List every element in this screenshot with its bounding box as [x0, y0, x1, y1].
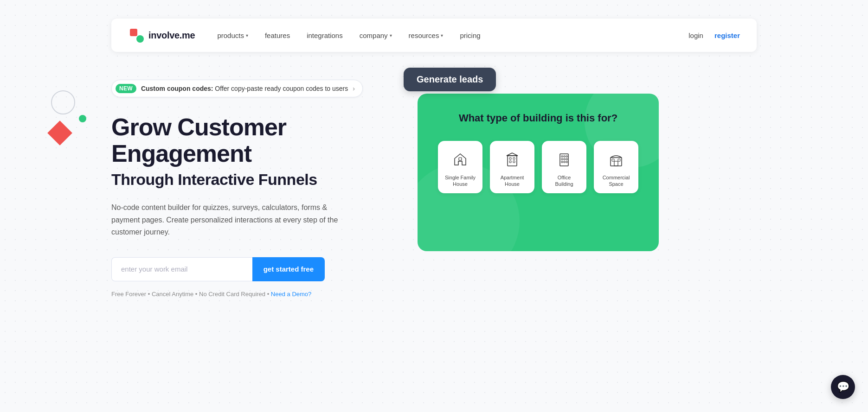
- logo-text: involve.me: [148, 30, 195, 41]
- nav-resources[interactable]: resources ▾: [409, 32, 444, 39]
- nav-links: products ▾ features integrations company…: [217, 32, 688, 39]
- nav-resources-label: resources: [409, 32, 439, 39]
- hero-right: Generate leads What type of building is …: [418, 75, 659, 251]
- svg-rect-5: [502, 149, 522, 170]
- nav-features[interactable]: features: [265, 32, 290, 39]
- nav-integrations-label: integrations: [307, 32, 343, 39]
- arrow-icon: ›: [353, 85, 355, 92]
- svg-rect-13: [554, 149, 574, 170]
- svg-rect-24: [606, 149, 626, 170]
- free-text-main: Free Forever • Cancel Anytime • No Credi…: [111, 291, 269, 298]
- hero-left: NEW Custom coupon codes: Offer copy-past…: [111, 80, 380, 298]
- new-banner[interactable]: NEW Custom coupon codes: Offer copy-past…: [111, 80, 363, 97]
- nav-products-label: products: [217, 32, 244, 39]
- nav-pricing-label: pricing: [460, 32, 480, 39]
- office-icon: [554, 149, 574, 170]
- building-option-office[interactable]: Office Building: [542, 141, 586, 193]
- banner-bold: Custom coupon codes:: [141, 85, 213, 92]
- logo-icon: [128, 27, 145, 44]
- free-text: Free Forever • Cancel Anytime • No Credi…: [111, 291, 380, 298]
- chat-icon: 💬: [837, 381, 849, 393]
- get-started-button[interactable]: get started free: [252, 257, 325, 281]
- svg-point-2: [136, 35, 144, 43]
- navbar: involve.me products ▾ features integrati…: [111, 19, 757, 52]
- register-link[interactable]: register: [714, 32, 740, 39]
- generate-leads-bubble: Generate leads: [404, 68, 496, 91]
- nav-products[interactable]: products ▾: [217, 32, 248, 39]
- building-option-house[interactable]: Single Family House: [438, 141, 482, 193]
- nav-company[interactable]: company ▾: [360, 32, 392, 39]
- nav-integrations[interactable]: integrations: [307, 32, 343, 39]
- nav-auth: login register: [688, 32, 740, 39]
- email-form: get started free: [111, 257, 325, 281]
- chevron-down-icon-resources: ▾: [441, 33, 443, 38]
- chat-button[interactable]: 💬: [831, 375, 855, 399]
- hero-section: NEW Custom coupon codes: Offer copy-past…: [0, 52, 868, 316]
- hero-subheadline: Through Interactive Funnels: [111, 171, 380, 189]
- nav-features-label: features: [265, 32, 290, 39]
- chevron-down-icon: ▾: [246, 33, 248, 38]
- building-option-office-label: Office Building: [548, 174, 580, 188]
- new-badge: NEW: [116, 84, 136, 93]
- demo-link[interactable]: Need a Demo?: [271, 291, 311, 298]
- building-option-commercial[interactable]: Commercial Space: [594, 141, 638, 193]
- building-card-title: What type of building is this for?: [432, 112, 644, 124]
- logo-link[interactable]: involve.me: [128, 27, 195, 44]
- email-input[interactable]: [111, 257, 252, 281]
- nav-company-label: company: [360, 32, 388, 39]
- apartment-icon: [502, 149, 522, 170]
- chevron-down-icon-company: ▾: [390, 33, 392, 38]
- building-option-commercial-label: Commercial Space: [600, 174, 632, 188]
- svg-rect-1: [130, 29, 137, 36]
- building-option-house-label: Single Family House: [444, 174, 476, 188]
- building-card: What type of building is this for? Singl…: [418, 94, 659, 251]
- svg-rect-3: [450, 149, 470, 170]
- login-link[interactable]: login: [688, 32, 703, 39]
- commercial-icon: [606, 149, 626, 170]
- banner-rest: Offer copy-paste ready coupon codes to u…: [215, 85, 348, 92]
- building-option-apartment-label: Apartment House: [496, 174, 528, 188]
- building-options: Single Family House: [432, 141, 644, 193]
- hero-description: No-code content builder for quizzes, sur…: [111, 202, 343, 238]
- hero-headline: Grow Customer Engagement: [111, 114, 380, 167]
- nav-pricing[interactable]: pricing: [460, 32, 480, 39]
- building-option-apartment[interactable]: Apartment House: [490, 141, 534, 193]
- banner-text: Custom coupon codes: Offer copy-paste re…: [141, 85, 348, 92]
- house-icon: [450, 149, 470, 170]
